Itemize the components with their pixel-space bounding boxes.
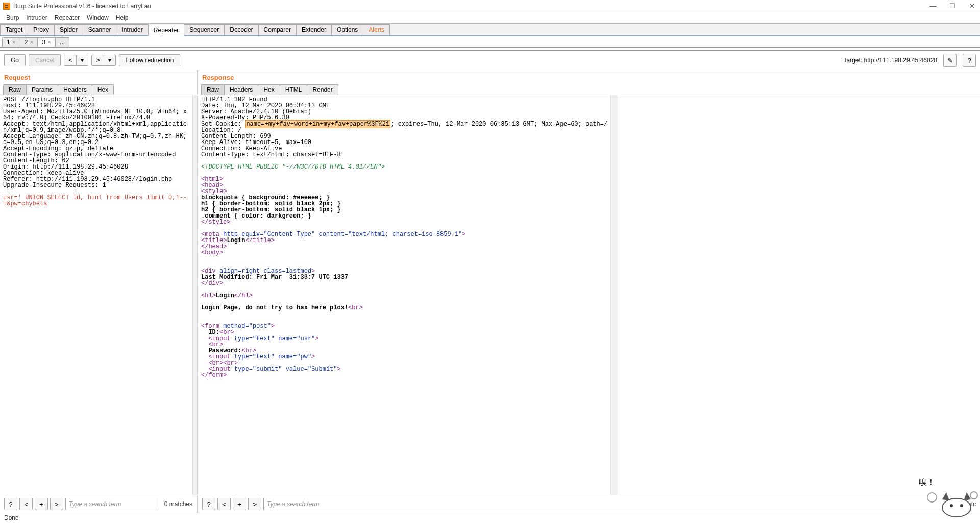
history-next-button[interactable]: > — [91, 55, 104, 66]
search-plus-button[interactable]: + — [35, 498, 48, 510]
response-tab-html[interactable]: HTML — [280, 84, 308, 95]
search-matches: 0 matc — [958, 500, 976, 508]
history-prev-group: < ▾ — [64, 55, 88, 66]
request-tabs: Raw Params Headers Hex — [0, 84, 197, 95]
response-tabs: Raw Headers Hex HTML Render — [198, 84, 980, 95]
tab-extender[interactable]: Extender — [296, 24, 332, 35]
subtab-3[interactable]: 3× — [37, 37, 56, 47]
search-next-button[interactable]: > — [50, 498, 63, 510]
window-title: Burp Suite Professional v1.6 - licensed … — [13, 3, 928, 10]
subtab-1[interactable]: 1× — [2, 37, 20, 47]
search-matches: 0 matches — [164, 500, 192, 508]
response-tab-hex[interactable]: Hex — [258, 84, 280, 95]
tab-alerts[interactable]: Alerts — [363, 24, 390, 35]
request-scrollbar[interactable] — [192, 95, 197, 495]
history-prev-menu[interactable]: ▾ — [77, 55, 88, 66]
response-tab-headers[interactable]: Headers — [224, 84, 258, 95]
tab-intruder[interactable]: Intruder — [116, 24, 148, 35]
response-cookie-highlight: name=+my+fav+word+in+my+fav+paper%3F%21 — [245, 120, 390, 128]
repeater-toolbar: Go Cancel < ▾ > ▾ Follow redirection Tar… — [0, 51, 980, 70]
response-tab-raw[interactable]: Raw — [201, 84, 225, 95]
tab-sequencer[interactable]: Sequencer — [184, 24, 225, 35]
history-next-menu[interactable]: ▾ — [104, 55, 116, 66]
request-tab-raw[interactable]: Raw — [3, 84, 27, 95]
tab-target[interactable]: Target — [0, 24, 28, 35]
history-next-group: > ▾ — [91, 55, 116, 66]
request-body-text: usr=' UNION SELECT id, hint from Users l… — [3, 194, 187, 207]
target-label: Target: http://111.198.29.45:46028 — [844, 57, 938, 64]
response-searchbar: ? < + > 0 matc — [198, 495, 980, 513]
help-icon: ? — [967, 57, 971, 64]
request-pane: Request Raw Params Headers Hex POST //lo… — [0, 70, 198, 513]
search-plus-button[interactable]: + — [233, 498, 246, 510]
response-tab-render[interactable]: Render — [307, 84, 338, 95]
tab-decoder[interactable]: Decoder — [224, 24, 258, 35]
status-bar: Done — [0, 513, 980, 523]
history-prev-button[interactable]: < — [64, 55, 77, 66]
maximize-button[interactable]: ☐ — [947, 1, 958, 11]
menu-burp[interactable]: Burp — [3, 13, 22, 22]
tab-spider[interactable]: Spider — [54, 24, 83, 35]
target-help-button[interactable]: ? — [963, 54, 976, 67]
doctype-line: <!DOCTYPE HTML PUBLIC "-//W3C//DTD HTML … — [201, 163, 385, 171]
edit-target-button[interactable]: ✎ — [943, 54, 957, 67]
pencil-icon: ✎ — [947, 57, 953, 64]
request-tab-params[interactable]: Params — [26, 84, 58, 95]
search-help-button[interactable]: ? — [4, 498, 17, 510]
menu-help[interactable]: Help — [113, 13, 132, 22]
menu-window[interactable]: Window — [84, 13, 112, 22]
close-icon[interactable]: × — [30, 39, 33, 46]
request-title: Request — [0, 70, 197, 84]
minimize-button[interactable]: — — [928, 1, 938, 11]
search-prev-button[interactable]: < — [217, 498, 231, 510]
response-editor[interactable]: HTTP/1.1 302 Found Date: Thu, 12 Mar 202… — [198, 95, 610, 495]
search-next-button[interactable]: > — [248, 498, 261, 510]
response-pane: Response Raw Headers Hex HTML Render HTT… — [198, 70, 980, 513]
subtab-2[interactable]: 2× — [20, 37, 38, 47]
burp-logo-icon — [3, 3, 10, 10]
search-prev-button[interactable]: < — [19, 498, 33, 510]
close-icon[interactable]: × — [47, 39, 51, 46]
tab-proxy[interactable]: Proxy — [28, 24, 55, 35]
request-headers-text: POST //login.php HTTP/1.1 Host: 111.198.… — [3, 96, 187, 189]
search-input[interactable] — [65, 498, 159, 510]
request-searchbar: ? < + > 0 matches — [0, 495, 197, 513]
menu-intruder[interactable]: Intruder — [23, 13, 50, 22]
follow-redirection-button[interactable]: Follow redirection — [119, 54, 180, 66]
request-editor[interactable]: POST //login.php HTTP/1.1 Host: 111.198.… — [0, 95, 192, 495]
search-help-button[interactable]: ? — [202, 498, 215, 510]
split-panes: Request Raw Params Headers Hex POST //lo… — [0, 70, 980, 513]
menubar: Burp Intruder Repeater Window Help — [0, 12, 980, 23]
request-tab-headers[interactable]: Headers — [58, 84, 92, 95]
request-tab-hex[interactable]: Hex — [92, 84, 114, 95]
tab-options[interactable]: Options — [331, 24, 363, 35]
repeater-subtabs: 1× 2× 3× ... — [0, 36, 980, 47]
tab-scanner[interactable]: Scanner — [83, 24, 117, 35]
close-button[interactable]: ✕ — [967, 1, 977, 11]
go-button[interactable]: Go — [4, 54, 26, 66]
window-titlebar: Burp Suite Professional v1.6 - licensed … — [0, 0, 980, 12]
response-scrollbar[interactable] — [610, 95, 618, 495]
subtab-new[interactable]: ... — [55, 37, 69, 47]
cancel-button[interactable]: Cancel — [29, 54, 61, 66]
tab-comparer[interactable]: Comparer — [258, 24, 297, 35]
search-input[interactable] — [263, 498, 952, 510]
tab-repeater[interactable]: Repeater — [148, 25, 184, 36]
main-tabs: Target Proxy Spider Scanner Intruder Rep… — [0, 23, 980, 36]
response-title: Response — [198, 70, 980, 84]
menu-repeater[interactable]: Repeater — [52, 13, 83, 22]
close-icon[interactable]: × — [12, 39, 16, 46]
